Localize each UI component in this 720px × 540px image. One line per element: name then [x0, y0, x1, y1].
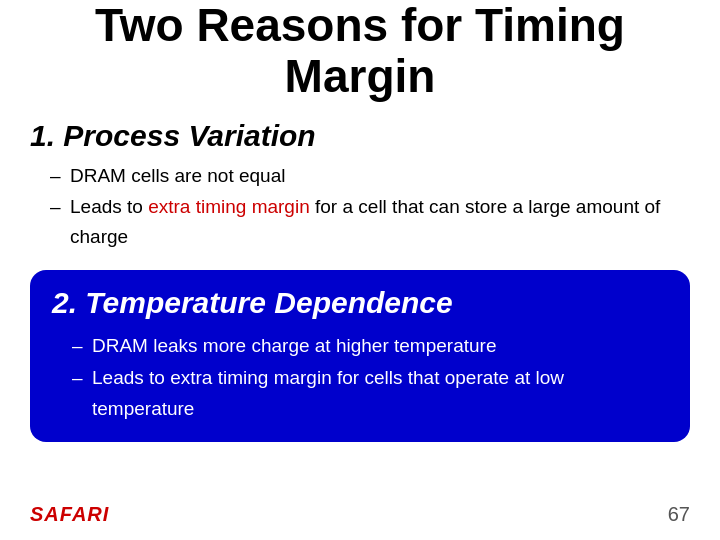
- footer: SAFARI 67: [30, 503, 690, 526]
- bullet-text: DRAM cells are not equal: [70, 165, 285, 186]
- section2-box: 2. Temperature Dependence DRAM leaks mor…: [30, 270, 690, 442]
- title-line2: Margin: [30, 51, 690, 102]
- title-section: Two Reasons for Timing Margin: [30, 0, 690, 101]
- highlight-text: extra timing margin: [148, 196, 310, 217]
- list-item: DRAM leaks more charge at higher tempera…: [72, 330, 668, 361]
- bullet-text: DRAM leaks more charge at higher tempera…: [92, 335, 496, 356]
- list-item: Leads to extra timing margin for cells t…: [72, 362, 668, 425]
- slide-page: Two Reasons for Timing Margin 1. Process…: [0, 0, 720, 540]
- bullet-text: Leads to extra timing margin for cells t…: [92, 367, 564, 419]
- section2-bullets: DRAM leaks more charge at higher tempera…: [52, 330, 668, 424]
- title-line1: Two Reasons for Timing: [30, 0, 690, 51]
- page-number: 67: [668, 503, 690, 526]
- list-item: DRAM cells are not equal: [50, 161, 690, 191]
- section1: 1. Process Variation DRAM cells are not …: [30, 119, 690, 252]
- safari-logo: SAFARI: [30, 503, 109, 526]
- section1-bullets: DRAM cells are not equal Leads to extra …: [30, 161, 690, 252]
- list-item: Leads to extra timing margin for a cell …: [50, 192, 690, 253]
- section1-heading: 1. Process Variation: [30, 119, 690, 153]
- bullet-text-before: Leads to: [70, 196, 148, 217]
- section2-heading: 2. Temperature Dependence: [52, 286, 668, 320]
